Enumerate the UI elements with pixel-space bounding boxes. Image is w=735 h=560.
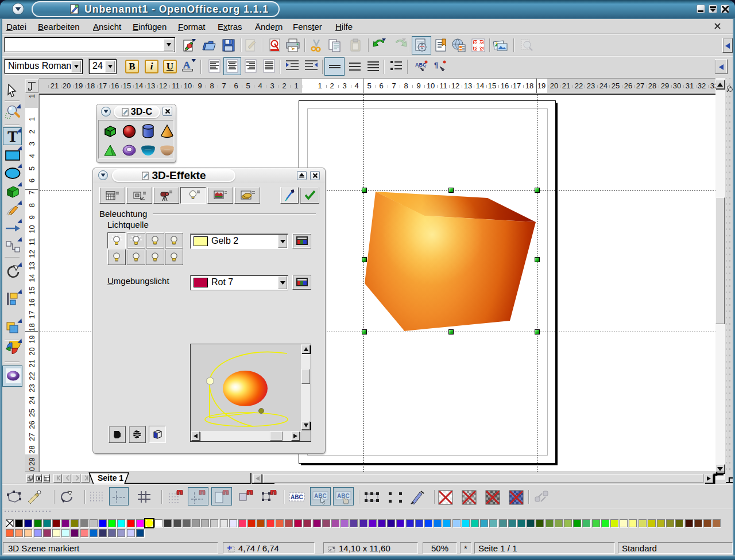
svg-text:A: A xyxy=(183,59,191,71)
svg-text:ABC: ABC xyxy=(291,494,303,500)
svg-text:Seite 1: Seite 1 xyxy=(98,473,123,483)
svg-text:¶: ¶ xyxy=(434,61,438,69)
svg-text:ABC: ABC xyxy=(415,62,427,68)
